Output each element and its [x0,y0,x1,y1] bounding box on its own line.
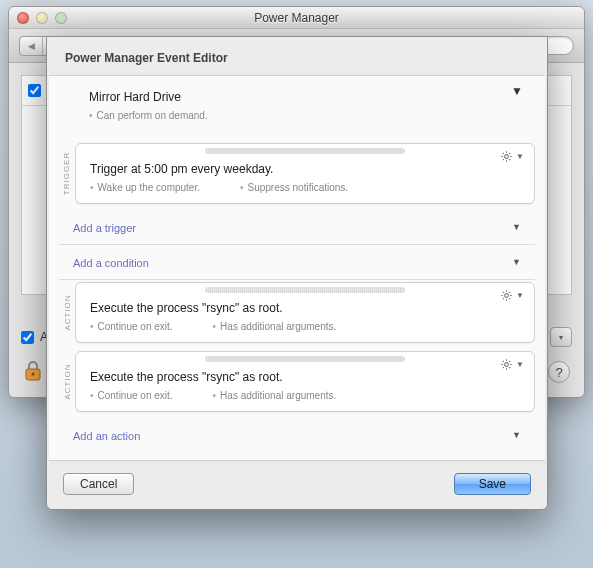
nav-back-icon[interactable]: ◀ [20,37,42,55]
sheet-title: Power Manager Event Editor [47,37,547,75]
action-side-label: ACTION [59,351,75,412]
svg-line-29 [509,292,510,293]
svg-point-13 [505,155,509,159]
lock-row[interactable] [23,359,43,383]
svg-point-3 [32,373,35,376]
add-trigger-label: Add a trigger [73,222,136,234]
drag-handle[interactable] [205,148,405,154]
help-button[interactable]: ? [548,361,570,383]
svg-line-19 [509,159,510,160]
action-title: Execute the process "rsync" as root. [90,301,520,315]
event-header-section: ▼ Mirror Hard Drive Can perform on deman… [59,86,535,135]
add-condition-label: Add a condition [73,257,149,269]
trigger-side-label: TRIGGER [59,143,75,204]
event-header[interactable]: ▼ Mirror Hard Drive Can perform on deman… [75,86,535,125]
gear-icon [500,289,513,302]
svg-line-28 [509,298,510,299]
add-trigger-link[interactable]: Add a trigger ▼ [59,212,535,245]
trigger-bullet: Suppress notifications. [240,182,348,193]
lock-icon [23,359,43,383]
bottom-checkbox[interactable] [21,331,34,344]
svg-line-18 [503,153,504,154]
chevron-down-icon: ▼ [511,84,523,98]
action-section: ACTION ▼ Execute the process "rsync" as … [59,282,535,343]
action-card[interactable]: ▼ Execute the process "rsync" as root. C… [75,282,535,343]
close-button[interactable] [17,12,29,24]
action-bullet: Continue on exit. [90,390,173,401]
row-checkbox[interactable] [28,84,41,97]
zoom-button[interactable] [55,12,67,24]
window-title: Power Manager [9,11,584,25]
trigger-bullet: Wake up the computer. [90,182,200,193]
action-section: ACTION ▼ Execute the process "rsync" as … [59,351,535,412]
traffic-lights [17,12,67,24]
svg-line-38 [509,361,510,362]
svg-line-21 [503,159,504,160]
event-title: Mirror Hard Drive [89,90,521,104]
trigger-options-button[interactable]: ▼ [500,150,524,163]
chevron-down-icon: ▼ [516,152,524,161]
action-bullet: Has additional arguments. [213,321,337,332]
gear-icon [500,358,513,371]
chevron-down-icon: ▼ [516,360,524,369]
sheet-body: ▼ Mirror Hard Drive Can perform on deman… [49,75,545,461]
trigger-title: Trigger at 5:00 pm every weekday. [90,162,520,176]
drag-handle[interactable] [205,356,405,362]
drag-handle[interactable] [205,287,405,293]
chevron-down-icon: ▼ [512,430,521,440]
popup-stub[interactable]: ▾ [550,327,572,347]
svg-line-20 [509,153,510,154]
svg-line-30 [503,298,504,299]
svg-line-37 [509,367,510,368]
minimize-button[interactable] [36,12,48,24]
svg-line-36 [503,361,504,362]
event-header-bullet: Can perform on demand. [89,110,208,121]
action-title: Execute the process "rsync" as root. [90,370,520,384]
trigger-card[interactable]: ▼ Trigger at 5:00 pm every weekday. Wake… [75,143,535,204]
cancel-button[interactable]: Cancel [63,473,134,495]
chevron-down-icon: ▼ [516,291,524,300]
svg-point-31 [505,363,509,367]
action-bullet: Has additional arguments. [213,390,337,401]
add-action-link[interactable]: Add an action ▼ [59,420,535,448]
save-button[interactable]: Save [454,473,531,495]
add-condition-link[interactable]: Add a condition ▼ [59,247,535,280]
action-side-label: ACTION [59,282,75,343]
action-card[interactable]: ▼ Execute the process "rsync" as root. C… [75,351,535,412]
titlebar: Power Manager [9,7,584,29]
action-bullet: Continue on exit. [90,321,173,332]
sheet-footer: Cancel Save [47,461,547,497]
svg-line-27 [503,292,504,293]
event-editor-sheet: Power Manager Event Editor ▼ Mirror Hard… [46,36,548,510]
action-options-button[interactable]: ▼ [500,289,524,302]
svg-line-39 [503,367,504,368]
trigger-section: TRIGGER ▼ Trigger at 5:00 pm every weekd… [59,143,535,204]
action-options-button[interactable]: ▼ [500,358,524,371]
header-options-button[interactable]: ▼ [509,84,523,98]
chevron-down-icon: ▼ [512,257,521,267]
gear-icon [500,150,513,163]
add-action-label: Add an action [73,430,140,442]
svg-point-22 [505,294,509,298]
chevron-down-icon: ▼ [512,222,521,232]
